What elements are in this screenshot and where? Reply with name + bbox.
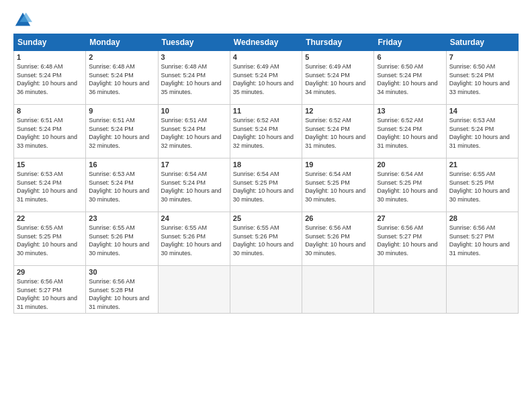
day-info: Sunrise: 6:55 AMSunset: 5:26 PMDaylight:… [233, 224, 299, 257]
day-number: 12 [305, 107, 371, 115]
week-row-1: 1Sunrise: 6:48 AMSunset: 5:24 PMDaylight… [14, 51, 519, 105]
day-info: Sunrise: 6:48 AMSunset: 5:24 PMDaylight:… [17, 62, 83, 96]
header-row: SundayMondayTuesdayWednesdayThursdayFrid… [14, 34, 519, 51]
day-cell: 29Sunrise: 6:56 AMSunset: 5:27 PMDayligh… [14, 266, 86, 314]
day-info: Sunrise: 6:55 AMSunset: 5:26 PMDaylight:… [89, 224, 154, 257]
day-info: Sunrise: 6:54 AMSunset: 5:25 PMDaylight:… [233, 170, 299, 203]
day-info: Sunrise: 6:52 AMSunset: 5:24 PMDaylight:… [377, 116, 443, 150]
col-header-monday: Monday [86, 34, 158, 51]
day-number: 13 [377, 107, 443, 115]
day-number: 16 [89, 161, 154, 169]
day-info: Sunrise: 6:54 AMSunset: 5:25 PMDaylight:… [305, 170, 371, 203]
day-number: 14 [449, 107, 515, 115]
day-number: 4 [233, 53, 299, 61]
day-number: 29 [17, 268, 83, 276]
day-cell: 2Sunrise: 6:48 AMSunset: 5:24 PMDaylight… [86, 51, 158, 105]
day-info: Sunrise: 6:54 AMSunset: 5:24 PMDaylight:… [161, 170, 227, 203]
col-header-wednesday: Wednesday [230, 34, 302, 51]
day-number: 23 [89, 214, 154, 222]
day-cell: 20Sunrise: 6:54 AMSunset: 5:25 PMDayligh… [374, 158, 446, 212]
day-info: Sunrise: 6:49 AMSunset: 5:24 PMDaylight:… [233, 62, 299, 96]
day-cell [446, 266, 518, 314]
day-cell [374, 266, 446, 314]
day-info: Sunrise: 6:48 AMSunset: 5:24 PMDaylight:… [89, 62, 154, 96]
day-number: 20 [377, 161, 443, 169]
day-number: 27 [377, 214, 443, 222]
day-info: Sunrise: 6:53 AMSunset: 5:24 PMDaylight:… [17, 170, 83, 203]
day-cell [230, 266, 302, 314]
day-cell: 12Sunrise: 6:52 AMSunset: 5:24 PMDayligh… [302, 105, 374, 158]
day-info: Sunrise: 6:56 AMSunset: 5:27 PMDaylight:… [17, 277, 83, 311]
day-info: Sunrise: 6:51 AMSunset: 5:24 PMDaylight:… [17, 116, 83, 150]
day-cell: 23Sunrise: 6:55 AMSunset: 5:26 PMDayligh… [86, 212, 158, 266]
day-number: 17 [161, 161, 227, 169]
day-info: Sunrise: 6:55 AMSunset: 5:25 PMDaylight:… [17, 224, 83, 257]
day-info: Sunrise: 6:52 AMSunset: 5:24 PMDaylight:… [233, 116, 299, 150]
week-row-2: 8Sunrise: 6:51 AMSunset: 5:24 PMDaylight… [14, 105, 519, 158]
day-number: 18 [233, 161, 299, 169]
day-info: Sunrise: 6:56 AMSunset: 5:26 PMDaylight:… [305, 224, 371, 257]
day-cell: 14Sunrise: 6:53 AMSunset: 5:24 PMDayligh… [446, 105, 518, 158]
day-cell: 7Sunrise: 6:50 AMSunset: 5:24 PMDaylight… [446, 51, 518, 105]
day-info: Sunrise: 6:53 AMSunset: 5:24 PMDaylight:… [89, 170, 154, 203]
logo [13, 11, 35, 30]
day-info: Sunrise: 6:50 AMSunset: 5:24 PMDaylight:… [377, 62, 443, 96]
calendar-table: SundayMondayTuesdayWednesdayThursdayFrid… [13, 34, 519, 314]
day-cell: 26Sunrise: 6:56 AMSunset: 5:26 PMDayligh… [302, 212, 374, 266]
day-cell: 19Sunrise: 6:54 AMSunset: 5:25 PMDayligh… [302, 158, 374, 212]
day-number: 22 [17, 214, 83, 222]
col-header-friday: Friday [374, 34, 446, 51]
day-info: Sunrise: 6:54 AMSunset: 5:25 PMDaylight:… [377, 170, 443, 203]
day-cell: 15Sunrise: 6:53 AMSunset: 5:24 PMDayligh… [14, 158, 86, 212]
week-row-4: 22Sunrise: 6:55 AMSunset: 5:25 PMDayligh… [14, 212, 519, 266]
day-number: 28 [449, 214, 515, 222]
day-cell: 25Sunrise: 6:55 AMSunset: 5:26 PMDayligh… [230, 212, 302, 266]
day-info: Sunrise: 6:51 AMSunset: 5:24 PMDaylight:… [89, 116, 154, 150]
day-info: Sunrise: 6:55 AMSunset: 5:25 PMDaylight:… [449, 170, 515, 203]
week-row-5: 29Sunrise: 6:56 AMSunset: 5:27 PMDayligh… [14, 266, 519, 314]
day-number: 10 [161, 107, 227, 115]
col-header-sunday: Sunday [14, 34, 86, 51]
day-cell: 28Sunrise: 6:56 AMSunset: 5:27 PMDayligh… [446, 212, 518, 266]
day-number: 1 [17, 53, 83, 61]
day-number: 5 [305, 53, 371, 61]
day-cell: 6Sunrise: 6:50 AMSunset: 5:24 PMDaylight… [374, 51, 446, 105]
day-cell [302, 266, 374, 314]
day-cell: 22Sunrise: 6:55 AMSunset: 5:25 PMDayligh… [14, 212, 86, 266]
day-info: Sunrise: 6:51 AMSunset: 5:24 PMDaylight:… [161, 116, 227, 150]
day-number: 7 [449, 53, 515, 61]
day-number: 21 [449, 161, 515, 169]
day-number: 25 [233, 214, 299, 222]
day-info: Sunrise: 6:55 AMSunset: 5:26 PMDaylight:… [161, 224, 227, 257]
day-number: 24 [161, 214, 227, 222]
page: SundayMondayTuesdayWednesdayThursdayFrid… [0, 0, 532, 411]
day-info: Sunrise: 6:48 AMSunset: 5:24 PMDaylight:… [161, 62, 227, 96]
logo-icon [13, 11, 32, 30]
col-header-tuesday: Tuesday [158, 34, 230, 51]
day-cell: 24Sunrise: 6:55 AMSunset: 5:26 PMDayligh… [158, 212, 230, 266]
day-cell: 18Sunrise: 6:54 AMSunset: 5:25 PMDayligh… [230, 158, 302, 212]
day-cell: 27Sunrise: 6:56 AMSunset: 5:27 PMDayligh… [374, 212, 446, 266]
day-cell: 4Sunrise: 6:49 AMSunset: 5:24 PMDaylight… [230, 51, 302, 105]
week-row-3: 15Sunrise: 6:53 AMSunset: 5:24 PMDayligh… [14, 158, 519, 212]
day-cell: 9Sunrise: 6:51 AMSunset: 5:24 PMDaylight… [86, 105, 158, 158]
day-cell: 11Sunrise: 6:52 AMSunset: 5:24 PMDayligh… [230, 105, 302, 158]
day-info: Sunrise: 6:50 AMSunset: 5:24 PMDaylight:… [449, 62, 515, 96]
col-header-saturday: Saturday [446, 34, 518, 51]
day-number: 6 [377, 53, 443, 61]
day-cell: 1Sunrise: 6:48 AMSunset: 5:24 PMDaylight… [14, 51, 86, 105]
day-number: 15 [17, 161, 83, 169]
day-number: 26 [305, 214, 371, 222]
day-number: 2 [89, 53, 154, 61]
header [13, 11, 519, 30]
day-number: 11 [233, 107, 299, 115]
day-info: Sunrise: 6:56 AMSunset: 5:27 PMDaylight:… [449, 224, 515, 257]
day-number: 9 [89, 107, 154, 115]
day-cell: 17Sunrise: 6:54 AMSunset: 5:24 PMDayligh… [158, 158, 230, 212]
day-cell: 10Sunrise: 6:51 AMSunset: 5:24 PMDayligh… [158, 105, 230, 158]
day-number: 8 [17, 107, 83, 115]
day-cell: 30Sunrise: 6:56 AMSunset: 5:28 PMDayligh… [86, 266, 158, 314]
day-number: 3 [161, 53, 227, 61]
day-info: Sunrise: 6:53 AMSunset: 5:24 PMDaylight:… [449, 116, 515, 150]
day-cell [158, 266, 230, 314]
